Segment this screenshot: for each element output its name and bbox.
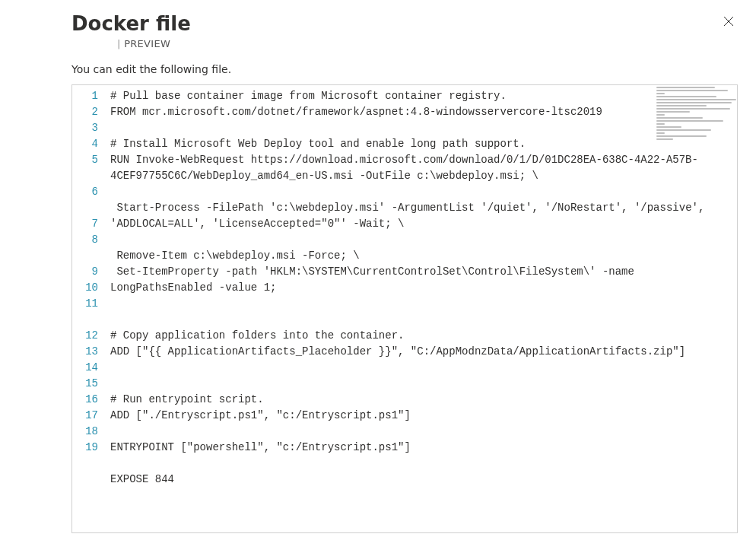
code-line: EXPOSE 844 [110,472,729,488]
code-line: # Run entrypoint script. [110,392,729,408]
code-line [110,424,729,440]
code-line: ENTRYPOINT ["powershell", "c:/Entryscrip… [110,440,729,456]
line-number: 12 [77,328,98,344]
line-number: 19 [77,440,98,456]
code-line: # Copy application folders into the cont… [110,328,729,344]
line-number: 1 [77,88,98,104]
line-number [77,312,98,328]
line-number-gutter: 12345 6 78 91011 1213141516171819 [72,85,106,507]
code-line: Start-Process -FilePath 'c:\webdeploy.ms… [110,200,729,232]
code-line: ADD ["{{ ApplicationArtifacts_Placeholde… [110,344,729,360]
code-area[interactable]: # Pull base container image from Microso… [106,85,737,507]
line-number [77,248,98,264]
subtitle: You can edit the following file. [71,63,738,75]
line-number: 3 [77,120,98,136]
panel-header: Docker file | PREVIEW [71,12,738,63]
line-number: 18 [77,424,98,440]
close-button[interactable] [719,12,738,30]
code-line [110,296,729,312]
line-number: 5 [77,152,98,168]
line-number: 9 [77,264,98,280]
code-line: Set-ItemProperty -path 'HKLM:\SYSTEM\Cur… [110,264,729,296]
page-title: Docker file [71,12,191,35]
code-line [110,312,729,328]
line-number: 8 [77,232,98,248]
editor-grid: 12345 6 78 91011 1213141516171819 # Pull… [72,85,737,507]
code-line [110,456,729,472]
line-number: 6 [77,184,98,200]
code-line [110,360,729,376]
code-line [110,376,729,392]
code-line [110,232,729,248]
line-number: 2 [77,104,98,120]
line-number: 14 [77,360,98,376]
code-line: # Pull base container image from Microso… [110,88,729,104]
line-number: 16 [77,392,98,408]
line-number [77,200,98,216]
line-number: 10 [77,280,98,296]
preview-row: | PREVIEW [71,38,191,49]
line-number [77,168,98,184]
code-line [110,488,729,504]
code-line: Remove-Item c:\webdeploy.msi -Force; \ [110,248,729,264]
code-line: FROM mcr.microsoft.com/dotnet/framework/… [110,104,729,120]
preview-divider: | [117,38,121,49]
code-line: ADD ["./Entryscript.ps1", "c:/Entryscrip… [110,408,729,424]
close-icon [723,15,735,27]
line-number: 11 [77,296,98,312]
line-number: 15 [77,376,98,392]
code-line [110,120,729,136]
dockerfile-panel: Docker file | PREVIEW You can edit the f… [0,0,756,553]
code-line: RUN Invoke-WebRequest https://download.m… [110,152,729,184]
code-line [110,184,729,200]
line-number: 7 [77,216,98,232]
title-block: Docker file | PREVIEW [71,12,191,63]
line-number: 4 [77,136,98,152]
line-number: 13 [77,344,98,360]
preview-label: PREVIEW [124,38,170,49]
code-editor[interactable]: 12345 6 78 91011 1213141516171819 # Pull… [71,84,738,533]
line-number: 17 [77,408,98,424]
code-line: # Install Microsoft Web Deploy tool and … [110,136,729,152]
